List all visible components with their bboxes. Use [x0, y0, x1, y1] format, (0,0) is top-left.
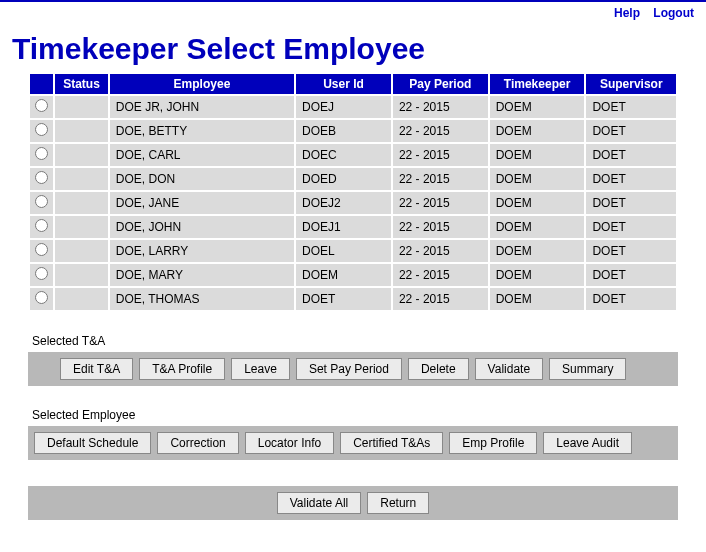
cell-timekeeper: DOEM — [490, 216, 585, 238]
cell-status — [55, 216, 108, 238]
cell-timekeeper: DOEM — [490, 288, 585, 310]
cell-status — [55, 168, 108, 190]
cell-user-id: DOEJ1 — [296, 216, 391, 238]
cell-supervisor: DOET — [586, 168, 676, 190]
summary-button[interactable]: Summary — [549, 358, 626, 380]
validate-all-button[interactable]: Validate All — [277, 492, 361, 514]
col-timekeeper: Timekeeper — [490, 74, 585, 94]
row-select-cell — [30, 240, 53, 262]
row-select-radio[interactable] — [35, 195, 48, 208]
col-user-id: User Id — [296, 74, 391, 94]
selected-employee-label: Selected Employee — [32, 408, 678, 422]
row-select-radio[interactable] — [35, 267, 48, 280]
emp-profile-button[interactable]: Emp Profile — [449, 432, 537, 454]
row-select-radio[interactable] — [35, 171, 48, 184]
cell-user-id: DOEM — [296, 264, 391, 286]
cell-pay-period: 22 - 2015 — [393, 288, 488, 310]
cell-employee: DOE, MARY — [110, 264, 294, 286]
row-select-radio[interactable] — [35, 291, 48, 304]
cell-pay-period: 22 - 2015 — [393, 240, 488, 262]
row-select-radio[interactable] — [35, 243, 48, 256]
row-select-cell — [30, 168, 53, 190]
default-schedule-button[interactable]: Default Schedule — [34, 432, 151, 454]
cell-status — [55, 192, 108, 214]
cell-supervisor: DOET — [586, 216, 676, 238]
footer-toolbar: Validate All Return — [28, 486, 678, 520]
page-title: Timekeeper Select Employee — [12, 32, 706, 66]
certified-tas-button[interactable]: Certified T&As — [340, 432, 443, 454]
cell-employee: DOE, CARL — [110, 144, 294, 166]
cell-pay-period: 22 - 2015 — [393, 96, 488, 118]
table-row: DOE, THOMASDOET22 - 2015DOEMDOET — [30, 288, 676, 310]
table-row: DOE, JANEDOEJ222 - 2015DOEMDOET — [30, 192, 676, 214]
logout-link[interactable]: Logout — [653, 6, 694, 20]
cell-employee: DOE, LARRY — [110, 240, 294, 262]
cell-timekeeper: DOEM — [490, 264, 585, 286]
col-employee: Employee — [110, 74, 294, 94]
delete-button[interactable]: Delete — [408, 358, 469, 380]
cell-supervisor: DOET — [586, 192, 676, 214]
row-select-radio[interactable] — [35, 219, 48, 232]
cell-employee: DOE, BETTY — [110, 120, 294, 142]
cell-timekeeper: DOEM — [490, 120, 585, 142]
row-select-cell — [30, 264, 53, 286]
table-row: DOE JR, JOHNDOEJ22 - 2015DOEMDOET — [30, 96, 676, 118]
row-select-cell — [30, 120, 53, 142]
cell-employee: DOE, DON — [110, 168, 294, 190]
selected-ta-toolbar: Edit T&A T&A Profile Leave Set Pay Perio… — [28, 352, 678, 386]
table-row: DOE, MARYDOEM22 - 2015DOEMDOET — [30, 264, 676, 286]
row-select-cell — [30, 192, 53, 214]
set-pay-period-button[interactable]: Set Pay Period — [296, 358, 402, 380]
row-select-radio[interactable] — [35, 147, 48, 160]
cell-pay-period: 22 - 2015 — [393, 168, 488, 190]
cell-timekeeper: DOEM — [490, 168, 585, 190]
cell-pay-period: 22 - 2015 — [393, 192, 488, 214]
edit-ta-button[interactable]: Edit T&A — [60, 358, 133, 380]
cell-pay-period: 22 - 2015 — [393, 216, 488, 238]
cell-employee: DOE JR, JOHN — [110, 96, 294, 118]
table-row: DOE, LARRYDOEL22 - 2015DOEMDOET — [30, 240, 676, 262]
row-select-cell — [30, 96, 53, 118]
selected-ta-label: Selected T&A — [32, 334, 678, 348]
cell-user-id: DOED — [296, 168, 391, 190]
col-status: Status — [55, 74, 108, 94]
locator-info-button[interactable]: Locator Info — [245, 432, 334, 454]
cell-employee: DOE, JANE — [110, 192, 294, 214]
cell-supervisor: DOET — [586, 144, 676, 166]
cell-pay-period: 22 - 2015 — [393, 264, 488, 286]
cell-supervisor: DOET — [586, 96, 676, 118]
leave-button[interactable]: Leave — [231, 358, 290, 380]
selected-employee-toolbar: Default Schedule Correction Locator Info… — [28, 426, 678, 460]
ta-profile-button[interactable]: T&A Profile — [139, 358, 225, 380]
employee-table: Status Employee User Id Pay Period Timek… — [28, 72, 678, 312]
row-select-cell — [30, 216, 53, 238]
cell-status — [55, 288, 108, 310]
correction-button[interactable]: Correction — [157, 432, 238, 454]
cell-timekeeper: DOEM — [490, 96, 585, 118]
row-select-radio[interactable] — [35, 123, 48, 136]
cell-supervisor: DOET — [586, 120, 676, 142]
validate-button[interactable]: Validate — [475, 358, 543, 380]
cell-employee: DOE, JOHN — [110, 216, 294, 238]
cell-employee: DOE, THOMAS — [110, 288, 294, 310]
cell-user-id: DOEL — [296, 240, 391, 262]
return-button[interactable]: Return — [367, 492, 429, 514]
cell-status — [55, 96, 108, 118]
cell-user-id: DOEJ2 — [296, 192, 391, 214]
table-row: DOE, BETTYDOEB22 - 2015DOEMDOET — [30, 120, 676, 142]
cell-user-id: DOEJ — [296, 96, 391, 118]
cell-status — [55, 264, 108, 286]
cell-supervisor: DOET — [586, 288, 676, 310]
cell-user-id: DOEB — [296, 120, 391, 142]
row-select-radio[interactable] — [35, 99, 48, 112]
help-link[interactable]: Help — [614, 6, 640, 20]
cell-timekeeper: DOEM — [490, 144, 585, 166]
cell-user-id: DOEC — [296, 144, 391, 166]
col-select — [30, 74, 53, 94]
leave-audit-button[interactable]: Leave Audit — [543, 432, 632, 454]
row-select-cell — [30, 288, 53, 310]
cell-status — [55, 120, 108, 142]
cell-pay-period: 22 - 2015 — [393, 120, 488, 142]
cell-timekeeper: DOEM — [490, 192, 585, 214]
cell-pay-period: 22 - 2015 — [393, 144, 488, 166]
